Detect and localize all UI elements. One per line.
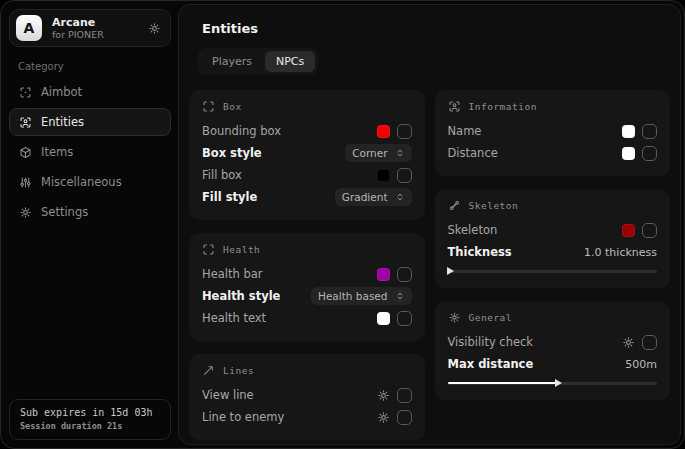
row-label: View line <box>202 388 254 402</box>
row-fill-style: Fill styleGradient <box>202 186 412 208</box>
page-title: Entities <box>202 21 670 36</box>
view-line-gear-icon[interactable] <box>377 389 390 402</box>
sidebar-item-settings[interactable]: Settings <box>9 198 171 226</box>
row-distance: Distance <box>448 142 658 164</box>
card-title: General <box>469 312 513 323</box>
row-label: Line to enemy <box>202 410 284 424</box>
row-label: Fill box <box>202 168 242 182</box>
main-panel: Entities PlayersNPCs BoxBounding boxBox … <box>178 4 681 445</box>
row-thickness: Thickness1.0 thickness <box>448 241 658 263</box>
health-bar-color-swatch[interactable] <box>377 268 390 281</box>
dropdown-value: Gradient <box>342 191 388 203</box>
app-window: A Arcane for PIONER Category AimbotEntit… <box>0 0 685 449</box>
fill-style-dropdown[interactable]: Gradient <box>335 188 412 206</box>
tab-players[interactable]: Players <box>201 51 263 72</box>
sub-expires-text: Sub expires in 15d 03h <box>20 407 160 418</box>
row-label: Health style <box>202 289 280 303</box>
row-bounding-box: Bounding box <box>202 120 412 142</box>
view-line-checkbox[interactable] <box>397 388 412 403</box>
card-information: InformationNameDistance <box>435 90 671 176</box>
sidebar-item-entities[interactable]: Entities <box>9 108 171 136</box>
row-skeleton: Skeleton <box>448 219 658 241</box>
card-header: Box <box>202 100 412 113</box>
sidebar-item-label: Items <box>41 145 73 159</box>
skeleton-checkbox[interactable] <box>642 223 657 238</box>
slider-handle[interactable] <box>447 267 454 275</box>
row-view-line: View line <box>202 384 412 406</box>
row-label: Visibility check <box>448 335 534 349</box>
thickness-slider[interactable] <box>448 266 658 276</box>
fill-box-checkbox[interactable] <box>397 168 412 183</box>
session-duration-text: Session duration 21s <box>20 421 160 431</box>
card-column: InformationNameDistanceSkeletonSkeletonT… <box>435 90 671 400</box>
row-label: Fill style <box>202 190 257 204</box>
sidebar-item-label: Entities <box>41 115 84 129</box>
bounding-box-color-swatch[interactable] <box>377 125 390 138</box>
health-text-checkbox[interactable] <box>397 311 412 326</box>
fill-box-color-swatch[interactable] <box>377 169 390 182</box>
diagonal-line-icon <box>202 364 215 377</box>
card-lines: LinesView lineLine to enemy <box>189 354 425 440</box>
row-label: Name <box>448 124 482 138</box>
line-to-enemy-gear-icon[interactable] <box>377 411 390 424</box>
visibility-check-checkbox[interactable] <box>642 335 657 350</box>
sidebar-item-label: Settings <box>41 205 88 219</box>
tab-bar: PlayersNPCs <box>198 48 318 75</box>
row-label: Health text <box>202 311 266 325</box>
thickness-value: 1.0 thickness <box>584 246 657 259</box>
slider-fill <box>448 382 557 384</box>
row-max-distance: Max distance500m <box>448 353 658 375</box>
sidebar-nav: AimbotEntitiesItemsMiscellaneousSettings <box>9 78 171 226</box>
card-column: BoxBounding boxBox styleCornerFill boxFi… <box>189 90 425 440</box>
card-title: Health <box>223 244 260 255</box>
card-title: Skeleton <box>469 200 519 211</box>
app-logo: A <box>16 15 42 41</box>
card-header: Information <box>448 100 658 113</box>
row-label: Distance <box>448 146 498 160</box>
row-visibility-check: Visibility check <box>448 331 658 353</box>
name-checkbox[interactable] <box>642 124 657 139</box>
app-name: Arcane <box>52 16 140 29</box>
skeleton-color-swatch[interactable] <box>622 224 635 237</box>
max-distance-value: 500m <box>625 358 657 371</box>
health-bar-checkbox[interactable] <box>397 267 412 282</box>
gear-icon <box>19 206 32 219</box>
distance-checkbox[interactable] <box>642 146 657 161</box>
box-style-dropdown[interactable]: Corner <box>345 144 411 162</box>
card-health: HealthHealth barHealth styleHealth based… <box>189 233 425 341</box>
sun-icon <box>448 311 461 324</box>
gear-icon[interactable] <box>148 22 161 35</box>
line-to-enemy-checkbox[interactable] <box>397 410 412 425</box>
sidebar-item-items[interactable]: Items <box>9 138 171 166</box>
distance-color-swatch[interactable] <box>622 147 635 160</box>
row-label: Skeleton <box>448 223 498 237</box>
sidebar-item-label: Aimbot <box>41 85 82 99</box>
crosshair-icon <box>19 86 32 99</box>
name-color-swatch[interactable] <box>622 125 635 138</box>
slider-handle[interactable] <box>555 379 562 387</box>
sidebar-item-miscellaneous[interactable]: Miscellaneous <box>9 168 171 196</box>
subscription-info-card: Sub expires in 15d 03h Session duration … <box>9 399 171 440</box>
health-style-dropdown[interactable]: Health based <box>311 287 412 305</box>
sliders-icon <box>19 176 32 189</box>
row-health-text: Health text <box>202 307 412 329</box>
row-name: Name <box>448 120 658 142</box>
card-skeleton: SkeletonSkeletonThickness1.0 thickness <box>435 189 671 288</box>
health-text-color-swatch[interactable] <box>377 312 390 325</box>
max-distance-slider[interactable] <box>448 378 658 388</box>
bounding-box-checkbox[interactable] <box>397 124 412 139</box>
unfold-icon <box>395 148 405 158</box>
sidebar-item-aimbot[interactable]: Aimbot <box>9 78 171 106</box>
category-label: Category <box>18 61 167 72</box>
row-line-to-enemy: Line to enemy <box>202 406 412 428</box>
unfold-icon <box>395 192 405 202</box>
card-general: GeneralVisibility checkMax distance500m <box>435 301 671 400</box>
card-title: Lines <box>223 365 254 376</box>
person-scan-icon <box>19 116 32 129</box>
tab-npcs[interactable]: NPCs <box>265 51 315 72</box>
card-header: Health <box>202 243 412 256</box>
card-header: Skeleton <box>448 199 658 212</box>
unfold-icon <box>395 291 405 301</box>
cards-area: BoxBounding boxBox styleCornerFill boxFi… <box>189 90 670 440</box>
visibility-check-gear-icon[interactable] <box>622 336 635 349</box>
